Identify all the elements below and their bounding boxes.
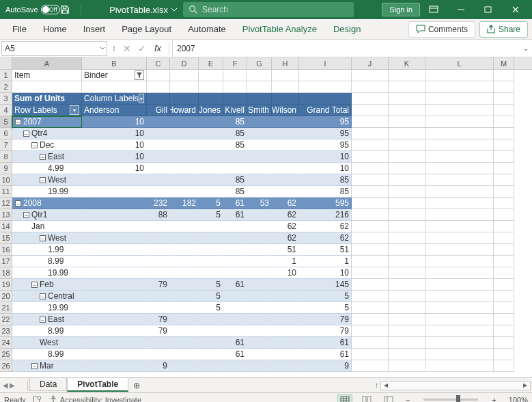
macro-record-icon[interactable] bbox=[33, 395, 42, 402]
row-header[interactable]: 20 bbox=[0, 291, 12, 302]
horizontal-scrollbar[interactable]: ◀ ▶ bbox=[380, 381, 531, 390]
col-header[interactable]: D bbox=[170, 57, 199, 69]
save-button[interactable] bbox=[60, 5, 81, 14]
row-header[interactable]: 14 bbox=[0, 221, 12, 232]
row-header[interactable]: 17 bbox=[0, 256, 12, 267]
row-header[interactable]: 9 bbox=[0, 163, 12, 174]
collapse-icon[interactable]: – bbox=[40, 317, 46, 323]
tab-home[interactable]: Home bbox=[35, 19, 75, 40]
row-header[interactable]: 12 bbox=[0, 198, 12, 209]
comments-button[interactable]: Comments bbox=[408, 21, 475, 38]
autosave-toggle[interactable]: AutoSave Off bbox=[5, 5, 60, 14]
row-header[interactable]: 22 bbox=[0, 314, 12, 325]
col-header[interactable]: G bbox=[247, 57, 272, 69]
row-header[interactable]: 24 bbox=[0, 337, 12, 349]
select-all-corner[interactable] bbox=[0, 57, 12, 69]
cells-area[interactable]: ItemBinderSum of UnitsColumn Labels▾Row … bbox=[12, 70, 532, 372]
row-header[interactable]: 6 bbox=[0, 128, 12, 139]
col-header[interactable]: K bbox=[389, 57, 425, 69]
row-header[interactable]: 19 bbox=[0, 279, 12, 291]
row-header[interactable]: 5 bbox=[0, 116, 12, 128]
dropdown-icon[interactable]: ▾ bbox=[70, 105, 79, 115]
row-header[interactable]: 13 bbox=[0, 209, 12, 221]
filter-icon[interactable] bbox=[135, 70, 144, 80]
formula-expand-button[interactable]: ⌄ bbox=[520, 44, 532, 52]
name-box[interactable]: A5 bbox=[1, 41, 107, 56]
status-ready: Ready bbox=[4, 396, 26, 403]
tab-page-layout[interactable]: Page Layout bbox=[113, 19, 180, 40]
page-break-view-button[interactable] bbox=[381, 394, 396, 403]
col-header[interactable]: H bbox=[272, 57, 299, 69]
collapse-icon[interactable]: – bbox=[15, 200, 21, 206]
collapse-icon[interactable]: – bbox=[23, 131, 29, 137]
tab-file[interactable]: File bbox=[4, 19, 35, 40]
search-input[interactable]: Search bbox=[183, 2, 354, 17]
row-header[interactable]: 4 bbox=[0, 105, 12, 116]
maximize-icon bbox=[484, 5, 492, 14]
spreadsheet-grid[interactable]: A B C D E F G H I J K L M 12345678910111… bbox=[0, 57, 532, 377]
accessibility-button[interactable]: Accessibility: Investigate bbox=[49, 395, 141, 402]
row-header[interactable]: 18 bbox=[0, 267, 12, 279]
sheet-tab-pivottable[interactable]: PivotTable bbox=[67, 378, 128, 392]
tab-automate[interactable]: Automate bbox=[180, 19, 234, 40]
col-header[interactable]: A bbox=[12, 57, 82, 69]
grid-icon bbox=[340, 396, 350, 402]
row-header[interactable]: 26 bbox=[0, 360, 12, 372]
insert-function-button[interactable]: fx bbox=[150, 43, 166, 53]
col-header[interactable]: L bbox=[425, 57, 494, 69]
collapse-icon[interactable]: – bbox=[23, 212, 29, 218]
sheet-nav-buttons[interactable]: ◀▶ bbox=[0, 381, 26, 389]
col-header[interactable]: E bbox=[199, 57, 223, 69]
col-header[interactable]: I bbox=[299, 57, 352, 69]
col-header[interactable]: J bbox=[352, 57, 389, 69]
row-header[interactable]: 2 bbox=[0, 81, 12, 93]
normal-view-button[interactable] bbox=[337, 394, 352, 403]
row-header[interactable]: 23 bbox=[0, 325, 12, 337]
col-header[interactable]: F bbox=[223, 57, 247, 69]
collapse-icon[interactable]: – bbox=[40, 154, 46, 160]
zoom-level[interactable]: 100% bbox=[506, 396, 528, 403]
row-header[interactable]: 15 bbox=[0, 232, 12, 244]
add-sheet-button[interactable]: ⊕ bbox=[128, 381, 145, 390]
zoom-out-button[interactable]: − bbox=[403, 396, 412, 403]
dropdown-icon[interactable]: ▾ bbox=[139, 94, 144, 103]
collapse-icon[interactable]: – bbox=[15, 119, 21, 125]
tab-pivottable-analyze[interactable]: PivotTable Analyze bbox=[234, 19, 325, 40]
collapse-icon[interactable]: – bbox=[31, 282, 38, 288]
col-header[interactable]: B bbox=[82, 57, 147, 69]
row-header[interactable]: 10 bbox=[0, 174, 12, 186]
ribbon-display-button[interactable] bbox=[420, 1, 447, 18]
collapse-icon[interactable]: – bbox=[31, 363, 38, 369]
row-header[interactable]: 8 bbox=[0, 151, 12, 163]
formula-enter-button[interactable]: ✓ bbox=[135, 43, 150, 54]
collapse-icon[interactable]: – bbox=[40, 177, 46, 183]
collapse-icon[interactable]: – bbox=[31, 142, 38, 148]
scroll-left-icon[interactable]: ◀ bbox=[381, 381, 391, 390]
share-button[interactable]: Share bbox=[479, 21, 528, 38]
row-header[interactable]: 21 bbox=[0, 302, 12, 314]
row-header[interactable]: 16 bbox=[0, 244, 12, 256]
collapse-icon[interactable]: – bbox=[40, 235, 46, 241]
zoom-in-button[interactable]: + bbox=[489, 396, 499, 403]
signin-button[interactable]: Sign in bbox=[382, 3, 420, 16]
tab-design[interactable]: Design bbox=[325, 19, 369, 40]
minimize-button[interactable] bbox=[447, 1, 475, 18]
row-header[interactable]: 11 bbox=[0, 186, 12, 198]
row-header[interactable]: 25 bbox=[0, 349, 12, 360]
filename-dropdown[interactable]: PivotTable.xlsx bbox=[109, 5, 178, 15]
page-layout-view-button[interactable] bbox=[359, 394, 374, 403]
row-header[interactable]: 3 bbox=[0, 93, 12, 105]
col-header[interactable]: C bbox=[147, 57, 170, 69]
col-header[interactable]: M bbox=[494, 57, 514, 69]
close-button[interactable] bbox=[502, 1, 529, 18]
scroll-right-icon[interactable]: ▶ bbox=[520, 381, 530, 390]
row-header[interactable]: 1 bbox=[0, 70, 12, 81]
row-header[interactable]: 7 bbox=[0, 139, 12, 151]
tab-insert[interactable]: Insert bbox=[75, 19, 114, 40]
formula-input[interactable]: 2007 bbox=[172, 40, 520, 57]
sheet-tab-data[interactable]: Data bbox=[29, 378, 67, 391]
collapse-icon[interactable]: – bbox=[40, 293, 46, 299]
maximize-button[interactable] bbox=[475, 1, 502, 18]
zoom-slider[interactable] bbox=[423, 399, 478, 401]
formula-cancel-button[interactable]: ✕ bbox=[120, 43, 135, 54]
